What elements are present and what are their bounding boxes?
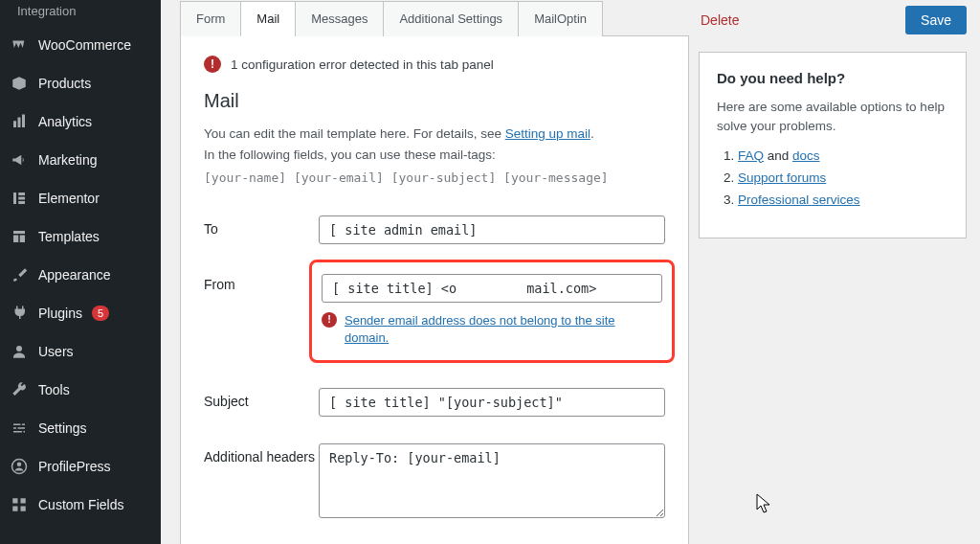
delete-link[interactable]: Delete: [701, 12, 739, 28]
svg-rect-11: [21, 498, 26, 503]
sidebar-item-label: Templates: [38, 229, 100, 244]
help-item-support: Support forums: [738, 170, 948, 185]
sidebar-item-label: Tools: [38, 382, 70, 397]
tab-mail[interactable]: Mail: [240, 1, 296, 36]
additional-headers-label: Additional headers: [204, 443, 319, 521]
grid-icon: [10, 495, 29, 514]
sidebar-item-settings[interactable]: Settings: [0, 409, 161, 447]
sidebar-item-label: Analytics: [38, 114, 92, 129]
sidebar-item-label: Custom Fields: [38, 497, 123, 512]
sliders-icon: [10, 419, 29, 438]
config-error-text: 1 configuration error detected in this t…: [231, 57, 494, 72]
help-intro: Here are some available options to help …: [717, 98, 948, 137]
sidebar-item-label: Users: [38, 344, 74, 359]
to-field[interactable]: [319, 215, 665, 244]
user-icon: [10, 342, 29, 361]
svg-point-9: [17, 463, 22, 467]
help-title: Do you need help?: [717, 70, 948, 86]
config-error-banner: ! 1 configuration error detected in this…: [204, 56, 665, 73]
sidebar-item-elementor[interactable]: Elementor: [0, 179, 161, 217]
svg-point-7: [16, 346, 22, 351]
sidebar-item-tools[interactable]: Tools: [0, 371, 161, 409]
mail-panel: ! 1 configuration error detected in this…: [180, 36, 689, 544]
sidebar-item-users[interactable]: Users: [0, 332, 161, 371]
subject-field[interactable]: [319, 388, 665, 417]
profile-icon: [10, 457, 29, 476]
sidebar-item-products[interactable]: Products: [0, 64, 161, 102]
svg-rect-0: [13, 121, 16, 127]
sidebar-item-woocommerce[interactable]: WooCommerce: [0, 26, 161, 64]
from-label: From: [204, 271, 319, 350]
support-forums-link[interactable]: Support forums: [738, 170, 826, 185]
sidebar-item-label: Products: [38, 76, 91, 91]
tab-messages[interactable]: Messages: [295, 1, 384, 36]
from-error-link[interactable]: Sender email address does not belong to …: [345, 312, 662, 347]
svg-rect-3: [13, 193, 16, 204]
faq-link[interactable]: FAQ: [738, 148, 764, 163]
to-label: To: [204, 215, 319, 244]
docs-link[interactable]: docs: [792, 148, 820, 163]
help-box: Do you need help? Here are some availabl…: [699, 52, 967, 238]
woocommerce-icon: [10, 35, 29, 55]
sidebar-item-custom-fields[interactable]: Custom Fields: [0, 486, 161, 524]
svg-rect-2: [22, 115, 25, 128]
tab-additional-settings[interactable]: Additional Settings: [383, 1, 519, 36]
svg-rect-4: [18, 193, 25, 195]
sidebar-item-label: Marketing: [38, 152, 97, 168]
mail-heading: Mail: [204, 90, 665, 112]
svg-rect-5: [18, 197, 25, 200]
sidebar-item-label: Appearance: [38, 267, 111, 283]
subject-label: Subject: [204, 388, 319, 417]
sidebar-item-label: WooCommerce: [38, 37, 131, 53]
megaphone-icon: [10, 150, 29, 170]
svg-rect-1: [18, 118, 21, 128]
svg-rect-13: [21, 507, 26, 511]
mail-tags: [your-name] [your-email] [your-subject] …: [204, 169, 665, 189]
sidebar-item-label: ProfilePress: [38, 459, 110, 474]
svg-rect-12: [12, 507, 17, 511]
plug-icon: [10, 304, 29, 323]
from-error-alert: ! Sender email address does not belong t…: [322, 312, 662, 347]
professional-services-link[interactable]: Professional services: [738, 193, 860, 207]
sidebar-item-plugins[interactable]: Plugins 5: [0, 294, 161, 332]
templates-icon: [10, 227, 29, 246]
sidebar-item-label: Settings: [38, 420, 87, 436]
sidebar-item-label: Elementor: [38, 191, 100, 206]
additional-headers-field[interactable]: Reply-To: [your-email]: [319, 443, 665, 518]
help-item-pro: Professional services: [738, 193, 948, 207]
error-icon: !: [204, 56, 221, 73]
form-tabs: Form Mail Messages Additional Settings M…: [180, 0, 689, 36]
sidebar-integration-label: Integration: [0, 0, 161, 26]
elementor-icon: [10, 189, 29, 208]
mail-intro: You can edit the mail template here. For…: [204, 124, 665, 189]
svg-rect-10: [12, 498, 17, 503]
from-highlight: ! Sender email address does not belong t…: [309, 260, 675, 363]
admin-sidebar: Integration WooCommerce Products Analyti…: [0, 0, 161, 544]
box-icon: [10, 74, 29, 93]
brush-icon: [10, 265, 29, 284]
save-button[interactable]: Save: [905, 6, 967, 34]
sidebar-item-templates[interactable]: Templates: [0, 217, 161, 256]
setting-up-mail-link[interactable]: Setting up mail: [505, 126, 590, 141]
plugins-update-badge: 5: [92, 306, 109, 321]
chart-icon: [10, 112, 29, 131]
wrench-icon: [10, 380, 29, 399]
tab-form[interactable]: Form: [180, 1, 241, 36]
sidebar-item-label: Plugins: [38, 306, 82, 321]
error-icon: !: [322, 312, 337, 328]
sidebar-item-profilepress[interactable]: ProfilePress: [0, 447, 161, 486]
sidebar-item-appearance[interactable]: Appearance: [0, 256, 161, 294]
help-item-faq: FAQ and docs: [738, 148, 948, 163]
sidebar-item-analytics[interactable]: Analytics: [0, 102, 161, 141]
svg-rect-6: [18, 201, 25, 204]
tab-mailoptin[interactable]: MailOptin: [518, 1, 603, 36]
from-field[interactable]: [322, 274, 662, 303]
sidebar-item-marketing[interactable]: Marketing: [0, 141, 161, 179]
